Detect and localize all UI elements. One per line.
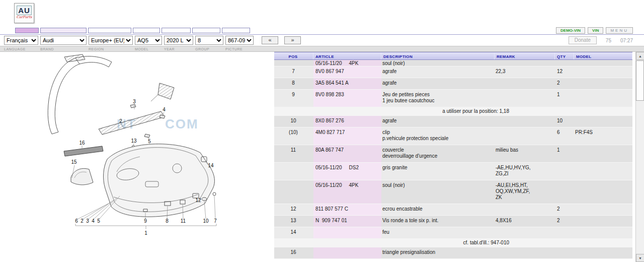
cell-remark: 4,8X16 [495, 216, 555, 227]
quick-box-picture[interactable] [222, 28, 250, 33]
cell-article[interactable]: 8X0 867 276 [313, 116, 381, 127]
scrollbar-thumb[interactable] [636, 60, 644, 101]
language-select[interactable]: Français [4, 36, 38, 45]
cell-article[interactable]: 811 807 577 C [313, 204, 381, 215]
table-row: 05/16-11/20 4PKsoul (noir)-AU,EI,HS,HT, … [274, 180, 632, 204]
cell-article[interactable]: 05/16-11/20 4PK [313, 180, 381, 204]
cell-qty [555, 247, 574, 258]
quick-box-group[interactable] [192, 28, 220, 33]
diagram-callout-4[interactable]: 4 [92, 218, 95, 224]
diagram-callout-9[interactable]: 9 [144, 218, 147, 224]
diagram-callout-2[interactable]: 2 [80, 218, 84, 224]
cell-remark [495, 60, 555, 67]
picture-select[interactable]: 867-090 [225, 36, 254, 45]
diagram-callout-1[interactable]: 1 [144, 230, 147, 236]
cell-article[interactable]: 80A 867 747 [313, 145, 381, 162]
diagram-callout-2[interactable]: 2 [119, 118, 122, 124]
diagram-callout-15[interactable]: 15 [71, 159, 77, 165]
cell-article[interactable]: 05/16-11/20 4PK [313, 60, 381, 67]
scrollbar-track[interactable] [636, 60, 644, 254]
diagram-callout-12[interactable]: 12 [195, 198, 201, 203]
group-select[interactable]: 8 [195, 36, 223, 45]
cell-remark [495, 78, 555, 89]
diagram-callout-5[interactable]: 5 [148, 139, 151, 144]
cell-article[interactable]: 8V0 867 947 [313, 67, 381, 78]
cell-remark: 22,3 [495, 67, 555, 78]
scroll-up-icon[interactable]: ▲ [636, 52, 644, 60]
logo[interactable]: AU CarParts [14, 3, 34, 23]
table-row: 78V0 867 947agrafe22,312 [274, 67, 632, 78]
cell-qty: 12 [555, 67, 574, 78]
diagram-callout-16[interactable]: 16 [79, 140, 85, 146]
model-select[interactable]: AQ5 [135, 36, 162, 45]
label-model: MODEL [135, 47, 162, 51]
cell-pos: 16 [274, 247, 313, 258]
cell-qty: 2 [555, 216, 574, 227]
cell-desc: feu [381, 227, 495, 238]
cell-article[interactable]: N 909 747 01 [313, 216, 381, 227]
header-buttons: DEMO-VIN VIN MENU [556, 27, 633, 34]
cell-remark [495, 227, 555, 238]
diagram-callout-7[interactable]: 7 [214, 218, 217, 224]
cell-desc: clip p.vehicule protection speciale [381, 127, 495, 145]
row-note: cf. tabl.d'ill.: 947-010 [274, 238, 632, 247]
timer-value: 07:27 [620, 38, 633, 43]
quick-box-brand[interactable] [40, 28, 87, 33]
cell-article[interactable]: 05/16-11/20 DS2 [313, 163, 381, 180]
demo-vin-button[interactable]: DEMO-VIN [556, 27, 585, 34]
diagram-callout-13[interactable]: 13 [131, 138, 137, 144]
diagram-callout-11[interactable]: 11 [181, 218, 186, 224]
toolbar-right: Donate 75 07:27 [569, 36, 633, 44]
cell-article[interactable]: 8V0 898 283 [313, 90, 381, 107]
cell-article[interactable]: 3A5 864 541 A [313, 78, 381, 89]
quick-box-model[interactable] [133, 28, 160, 33]
cell-qty: 10 [555, 116, 574, 127]
diagram-callout-4[interactable]: 4 [163, 107, 166, 112]
diagram-callout-10[interactable]: 10 [203, 218, 209, 224]
logo-subtext: CarParts [15, 15, 34, 19]
cell-remark [495, 127, 555, 145]
year-select[interactable]: 2020 L [164, 36, 193, 45]
column-header-model: MODEL [574, 52, 632, 59]
diagram-callout-14[interactable]: 14 [208, 163, 214, 168]
cell-remark [495, 204, 555, 215]
cell-model [574, 247, 632, 258]
cell-article[interactable]: 4M0 827 717 [313, 127, 381, 145]
cell-qty [555, 227, 574, 238]
scroll-down-icon[interactable]: ▼ [636, 254, 644, 262]
table-row: 16triangle presignalisation [274, 247, 632, 259]
table-header: POS ARTICLE DESCRIPTION REMARK QTY MODEL [274, 52, 632, 60]
next-picture-button[interactable]: » [284, 36, 301, 44]
trim-strip-part-16 [64, 146, 103, 156]
brand-select[interactable]: Audi [40, 36, 87, 45]
label-language: LANGUAGE [4, 47, 38, 51]
menu-button[interactable]: MENU [606, 27, 633, 34]
quick-box-region[interactable] [88, 28, 131, 33]
cell-model [574, 204, 632, 215]
quick-box-year[interactable] [162, 28, 191, 33]
label-brand: BRAND [40, 47, 87, 51]
cell-desc: ecrou encastrable [381, 204, 495, 215]
cell-model [574, 78, 632, 89]
cell-pos: 12 [274, 204, 313, 215]
previous-picture-button[interactable]: « [262, 36, 278, 44]
cell-qty [555, 163, 574, 180]
table-scrollbar[interactable]: ▲ ▼ [635, 52, 644, 262]
label-region: REGION [89, 47, 133, 51]
cell-model [574, 216, 632, 227]
vin-button[interactable]: VIN [588, 27, 603, 34]
quick-access-row: DEMO-VIN VIN MENU [0, 26, 644, 35]
donate-button[interactable]: Donate [569, 36, 597, 44]
diagram-callout-5[interactable]: 5 [97, 218, 100, 224]
diagram-callout-8[interactable]: 8 [166, 218, 169, 224]
diagram-callout-3[interactable]: 3 [133, 99, 136, 104]
diagram-callout-6[interactable]: 6 [75, 218, 78, 224]
region-select[interactable]: Europe+ (EU) [89, 36, 133, 45]
diagram-callout-3[interactable]: 3 [86, 218, 89, 224]
cell-article [313, 247, 381, 258]
cell-pos: 13 [274, 216, 313, 227]
cell-pos: (10) [274, 127, 313, 145]
quick-box-language[interactable] [15, 28, 39, 33]
cell-model [574, 163, 632, 180]
cell-pos: 7 [274, 67, 313, 78]
